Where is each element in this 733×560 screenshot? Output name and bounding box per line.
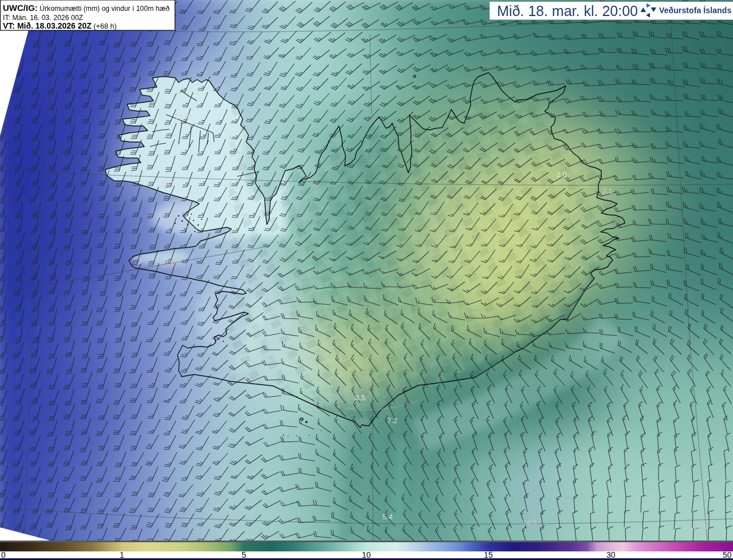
svg-text:30: 30 bbox=[606, 550, 616, 559]
svg-text:IT: Mán. 16. 03. 2026 00Z: IT: Mán. 16. 03. 2026 00Z bbox=[3, 14, 84, 22]
svg-text:5.4: 5.4 bbox=[383, 512, 393, 521]
svg-text:10.1: 10.1 bbox=[694, 522, 708, 531]
svg-text:15: 15 bbox=[484, 550, 493, 559]
svg-text:UWC/IG: Úrkomumætti (mm) og vi: UWC/IG: Úrkomumætti (mm) og vindur í 100… bbox=[3, 3, 170, 13]
svg-text:50: 50 bbox=[723, 550, 732, 559]
svg-text:2.0: 2.0 bbox=[557, 171, 566, 179]
svg-text:3.5: 3.5 bbox=[355, 393, 365, 402]
svg-text:11.8: 11.8 bbox=[175, 112, 189, 121]
svg-text:1: 1 bbox=[120, 550, 124, 559]
svg-text:VT: Mið. 18.03.2026 20Z (+68 h: VT: Mið. 18.03.2026 20Z (+68 h) bbox=[3, 21, 117, 30]
svg-text:14.9: 14.9 bbox=[522, 518, 537, 527]
svg-text:0: 0 bbox=[1, 550, 6, 559]
svg-text:10.8: 10.8 bbox=[161, 180, 175, 188]
svg-text:2.1: 2.1 bbox=[602, 187, 612, 195]
svg-text:5: 5 bbox=[242, 550, 246, 559]
svg-text:7.2: 7.2 bbox=[387, 416, 397, 425]
svg-text:Veðurstofa Íslands: Veðurstofa Íslands bbox=[659, 6, 731, 15]
svg-text:Mið. 18. mar. kl. 20:00: Mið. 18. mar. kl. 20:00 bbox=[497, 3, 638, 19]
svg-text:10: 10 bbox=[362, 550, 371, 559]
svg-text:12.4: 12.4 bbox=[165, 259, 179, 267]
